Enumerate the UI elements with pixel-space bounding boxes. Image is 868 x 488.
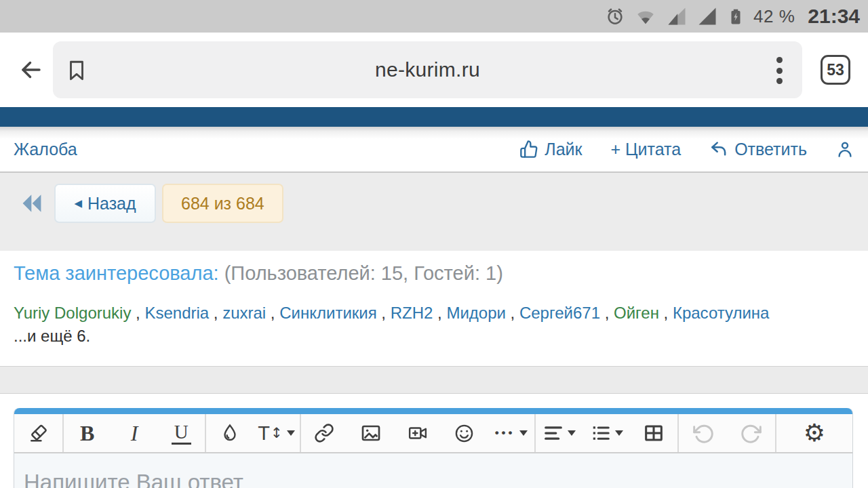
page: 42 % 21:34 ne-kurim.ru 53 Жалоба <box>0 0 868 488</box>
interested-users: Yuriy Dolgorukiy , Ksendria , zuxrai , С… <box>14 300 854 326</box>
like-label: Лайк <box>545 140 582 159</box>
reply-button[interactable]: Ответить <box>709 140 807 159</box>
bold-button[interactable]: B <box>64 414 111 452</box>
tabs-button[interactable]: 53 <box>821 55 850 85</box>
battery-charging-icon <box>727 5 745 27</box>
reply-editor: B I U T↕ <box>14 408 853 488</box>
site-header-bar <box>0 107 868 127</box>
thumbs-up-icon <box>519 140 538 159</box>
battery-percent: 42 % <box>753 6 795 27</box>
image-icon[interactable] <box>348 414 395 452</box>
menu-dots-icon[interactable] <box>772 55 786 86</box>
more-icon[interactable]: ••• <box>488 414 534 452</box>
table-icon[interactable] <box>630 414 677 452</box>
editor-accent-bar <box>14 408 852 414</box>
user-link[interactable]: Yuriy Dolgorukiy <box>14 304 131 322</box>
quote-label: + Цитата <box>611 140 682 159</box>
user-link[interactable]: Красотулина <box>673 304 770 322</box>
redo-icon[interactable] <box>727 414 775 452</box>
interested-subtitle: (Пользователей: 15, Гостей: 1) <box>224 262 503 284</box>
font-size-icon[interactable]: T↕ <box>253 414 300 452</box>
user-separator: , <box>506 304 519 322</box>
user-link[interactable]: Сергей671 <box>519 304 600 322</box>
interested-title: Тема заинтересовала: <box>14 262 219 284</box>
italic-button[interactable]: I <box>111 414 157 452</box>
status-clock: 21:34 <box>808 5 860 28</box>
reply-input[interactable]: Напишите Ваш ответ <box>14 453 852 488</box>
first-page-icon[interactable] <box>20 192 43 215</box>
signal-icon <box>696 6 718 26</box>
address-bar[interactable]: ne-kurim.ru <box>53 41 802 98</box>
reply-label: Ответить <box>734 140 807 159</box>
user-link[interactable]: Ойген <box>614 304 659 322</box>
android-status-bar: 42 % 21:34 <box>0 0 868 33</box>
user-separator: , <box>266 304 279 322</box>
user-separator: , <box>600 304 614 322</box>
align-icon[interactable] <box>536 414 583 452</box>
back-page-button[interactable]: ◀ Назад <box>54 184 156 223</box>
video-icon[interactable] <box>395 414 441 452</box>
back-arrow-icon[interactable] <box>18 58 45 82</box>
alarm-icon <box>605 6 625 26</box>
list-icon[interactable] <box>583 414 631 452</box>
back-page-label: Назад <box>87 194 136 214</box>
interested-section: Тема заинтересовала: (Пользователей: 15,… <box>0 251 868 367</box>
user-separator: , <box>433 304 446 322</box>
undo-icon[interactable] <box>679 414 727 452</box>
user-link[interactable]: Мидори <box>446 304 506 322</box>
url-text: ne-kurim.ru <box>53 58 802 81</box>
user-separator: , <box>209 304 222 322</box>
quote-button[interactable]: + Цитата <box>611 140 682 159</box>
user-profile-icon[interactable] <box>835 140 854 159</box>
tab-count: 53 <box>827 61 844 79</box>
browser-toolbar: ne-kurim.ru 53 <box>0 33 868 107</box>
section-divider <box>0 366 868 394</box>
underline-button[interactable]: U <box>158 414 205 452</box>
emoji-icon[interactable] <box>441 414 488 452</box>
more-users-text: ...и ещё 6. <box>14 327 854 346</box>
user-separator: , <box>131 304 144 322</box>
signal-icon <box>666 6 688 26</box>
user-link[interactable]: Синклитикия <box>279 304 376 322</box>
eraser-icon[interactable] <box>14 414 62 452</box>
left-triangle-icon: ◀ <box>74 197 82 209</box>
editor-toolbar: B I U T↕ <box>14 414 852 453</box>
link-icon[interactable] <box>301 414 348 452</box>
user-link[interactable]: RZH2 <box>391 304 433 322</box>
post-actions-row: Жалоба Лайк + Цитата <box>0 127 868 171</box>
reply-arrow-icon <box>709 140 728 159</box>
report-link[interactable]: Жалоба <box>14 140 77 159</box>
user-link[interactable]: Ksendria <box>144 304 209 322</box>
user-separator: , <box>377 304 391 322</box>
settings-icon[interactable]: ⚙ <box>776 414 852 452</box>
pagination-band: ◀ Назад 684 из 684 <box>0 171 868 251</box>
like-button[interactable]: Лайк <box>519 140 582 159</box>
wifi-icon <box>634 6 657 26</box>
color-drop-icon[interactable] <box>206 414 253 452</box>
user-separator: , <box>659 304 673 322</box>
page-indicator-badge: 684 из 684 <box>162 184 283 223</box>
reply-placeholder: Напишите Ваш ответ <box>24 470 243 488</box>
user-link[interactable]: zuxrai <box>222 304 266 322</box>
bookmark-icon[interactable] <box>65 58 88 86</box>
